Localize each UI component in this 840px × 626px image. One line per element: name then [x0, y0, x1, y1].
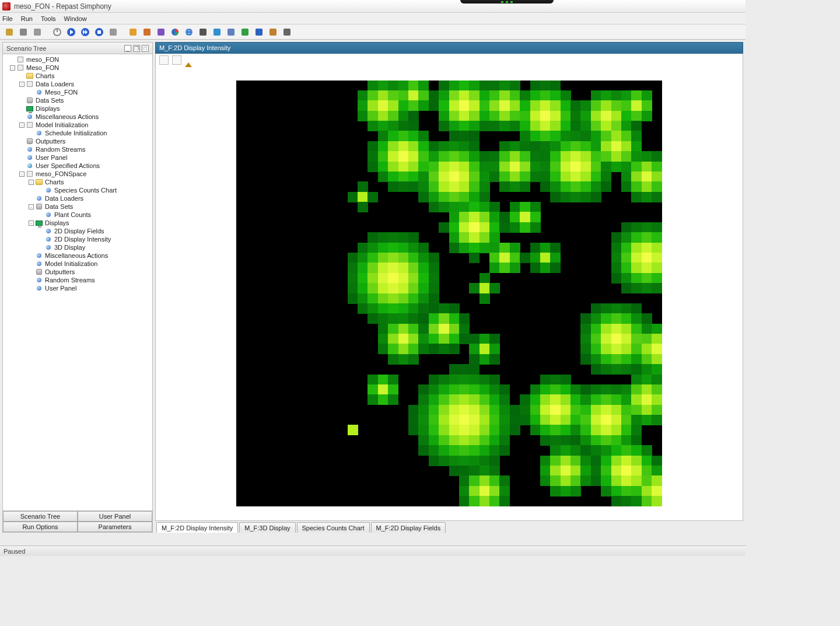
- collapse-icon[interactable]: -: [19, 172, 24, 177]
- tree-node[interactable]: Plant Counts: [3, 211, 152, 219]
- menu-tools[interactable]: Tools: [41, 15, 56, 22]
- display-tab[interactable]: M_F:2D Display Intensity: [156, 522, 238, 533]
- tree-label: 2D Display Intensity: [54, 236, 111, 243]
- picture-icon[interactable]: [253, 26, 265, 38]
- svg-rect-23: [242, 29, 249, 36]
- display-tab[interactable]: M_F:3D Display: [239, 522, 295, 533]
- tree-node[interactable]: Outputters: [3, 268, 152, 276]
- tree-node[interactable]: Displays: [3, 104, 152, 113]
- scenario-tree[interactable]: meso_FON-Meso_FONCharts-Data LoadersMeso…: [3, 54, 152, 510]
- tree-node[interactable]: -Model Initialization: [3, 121, 152, 129]
- tree-spacer: [29, 131, 34, 136]
- tree-spacer: [19, 147, 24, 152]
- home-icon[interactable]: [185, 57, 192, 64]
- tree-icon: [44, 244, 52, 251]
- tree-node[interactable]: 2D Display Fields: [3, 227, 152, 235]
- collapse-icon[interactable]: -: [29, 204, 34, 209]
- folder-open-icon[interactable]: [4, 26, 15, 38]
- tree-node[interactable]: Data Loaders: [3, 194, 152, 202]
- tree-node[interactable]: User Specified Actions: [3, 162, 152, 170]
- tree-spacer: [38, 237, 43, 242]
- tree-node[interactable]: Miscellaneous Actions: [3, 113, 152, 121]
- display-toolbar: [155, 54, 743, 67]
- panel-restore-icon[interactable]: ❐: [133, 45, 140, 52]
- tree-node[interactable]: User Panel: [3, 153, 152, 162]
- image-icon[interactable]: [239, 26, 251, 38]
- svg-rect-15: [158, 29, 164, 36]
- tree-node[interactable]: Charts: [3, 72, 152, 80]
- svg-rect-24: [256, 29, 262, 36]
- globe-icon[interactable]: [183, 26, 195, 38]
- display-tab-label: M_F:3D Display: [244, 524, 290, 531]
- tree-node[interactable]: Data Sets: [3, 96, 152, 104]
- tree-spacer: [29, 196, 34, 201]
- tree-node[interactable]: User Panel: [3, 284, 152, 292]
- collapse-icon[interactable]: -: [10, 65, 15, 71]
- wave-icon[interactable]: [127, 26, 139, 38]
- panel-maximize-icon[interactable]: □: [142, 45, 149, 52]
- tree-icon: [26, 97, 34, 104]
- tree-spacer: [19, 114, 24, 120]
- tree-spacer: [19, 98, 24, 103]
- tree-label: User Panel: [36, 154, 67, 161]
- display-tabs: M_F:2D Display IntensityM_F:3D DisplaySp…: [155, 521, 743, 533]
- left-tab[interactable]: Run Options: [3, 522, 78, 532]
- tree-node[interactable]: -meso_FONSpace: [3, 170, 152, 178]
- stop-icon[interactable]: [93, 26, 105, 38]
- tree-node[interactable]: Outputters: [3, 137, 152, 145]
- tree-node[interactable]: 3D Display: [3, 243, 152, 251]
- collapse-icon[interactable]: -: [29, 221, 34, 226]
- play-icon[interactable]: [65, 26, 77, 38]
- tree-node[interactable]: Meso_FON: [3, 88, 152, 96]
- menu-bar[interactable]: File Run Tools Window: [0, 13, 746, 25]
- settings-icon[interactable]: [281, 26, 293, 38]
- tree-node[interactable]: meso_FON: [3, 55, 152, 64]
- tree-spacer: [29, 286, 34, 291]
- tree-node[interactable]: -Charts: [3, 178, 152, 186]
- grid-icon[interactable]: [141, 26, 153, 38]
- intensity-canvas[interactable]: [236, 81, 662, 506]
- tree-node[interactable]: Species Counts Chart: [3, 186, 152, 194]
- panel-minimize-icon[interactable]: _: [124, 45, 131, 52]
- database-icon[interactable]: [32, 26, 43, 38]
- cube-icon[interactable]: [225, 26, 237, 38]
- left-tab[interactable]: User Panel: [78, 511, 152, 522]
- doc-icon[interactable]: [267, 26, 279, 38]
- collapse-icon[interactable]: -: [29, 180, 34, 185]
- reset-icon[interactable]: [107, 26, 119, 38]
- left-tab[interactable]: Scenario Tree: [3, 511, 78, 522]
- export-icon[interactable]: [172, 55, 181, 65]
- left-tab[interactable]: Parameters: [78, 522, 152, 532]
- tree-node[interactable]: Model Initialization: [3, 260, 152, 268]
- tree-node[interactable]: Random Streams: [3, 276, 152, 284]
- menu-run[interactable]: Run: [21, 15, 33, 22]
- tree-node[interactable]: Random Streams: [3, 145, 152, 153]
- power-icon[interactable]: [51, 26, 63, 38]
- step-icon[interactable]: [79, 26, 91, 38]
- display-tab[interactable]: M_F:2D Display Fields: [371, 522, 446, 533]
- collapse-icon[interactable]: -: [19, 82, 24, 87]
- menu-window[interactable]: Window: [64, 15, 87, 22]
- piechart-icon[interactable]: [169, 26, 181, 38]
- tree-icon: [35, 179, 43, 186]
- tree-node[interactable]: -Meso_FON: [3, 64, 152, 72]
- tree-icon: [35, 203, 43, 210]
- tree-node[interactable]: -Data Sets: [3, 202, 152, 211]
- tree-node[interactable]: 2D Display Intensity: [3, 235, 152, 243]
- display-tab[interactable]: Species Counts Chart: [297, 522, 370, 533]
- tree-node[interactable]: Miscellaneous Actions: [3, 251, 152, 260]
- display-canvas-area[interactable]: [155, 67, 743, 521]
- tree-node[interactable]: -Displays: [3, 219, 152, 227]
- search-icon[interactable]: [197, 26, 209, 38]
- save-icon[interactable]: [18, 26, 29, 38]
- tree-icon: [35, 268, 43, 275]
- tree-icon: [16, 56, 24, 63]
- agents-icon[interactable]: [155, 26, 167, 38]
- tree-node[interactable]: Schedule Initialization: [3, 129, 152, 137]
- network-icon[interactable]: [211, 26, 223, 38]
- tree-node[interactable]: -Data Loaders: [3, 80, 152, 88]
- menu-file[interactable]: File: [2, 15, 13, 22]
- tree-spacer: [29, 261, 34, 267]
- camera-icon[interactable]: [159, 55, 169, 65]
- collapse-icon[interactable]: -: [19, 123, 24, 128]
